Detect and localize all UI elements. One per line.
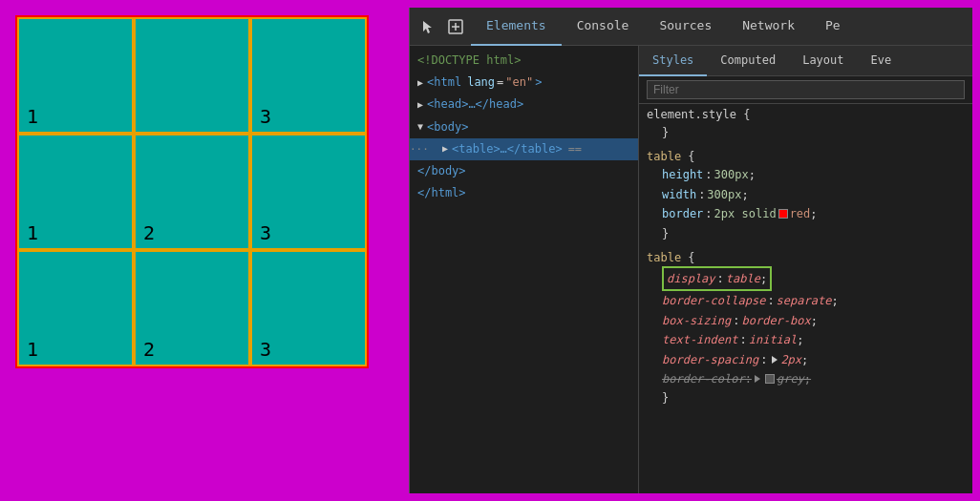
devtools-panel: Elements Console Sources Network Pe <!DO…	[409, 8, 972, 493]
subtab-styles[interactable]: Styles	[639, 46, 707, 76]
element-style-rule: element.style { }	[647, 108, 965, 142]
table-cell: 3	[250, 134, 367, 250]
table-cell: 2	[134, 134, 250, 250]
subtab-layout[interactable]: Layout	[789, 46, 857, 76]
arrow-indicator-2	[755, 375, 760, 383]
dom-panel: <!DOCTYPE html> ▶ <html lang = "en" > ▶ …	[410, 46, 639, 493]
table-cell: 1	[17, 17, 134, 134]
highlighted-display-rule: display : table ;	[662, 266, 772, 291]
subtab-event[interactable]: Eve	[858, 46, 905, 76]
color-swatch-grey[interactable]	[765, 374, 775, 384]
table-cell: 2	[134, 250, 250, 366]
arrow-icon[interactable]: ▼	[417, 119, 423, 135]
tab-network[interactable]: Network	[727, 8, 810, 46]
tab-performance[interactable]: Pe	[810, 8, 856, 46]
table-cell: 1	[17, 134, 134, 250]
dom-body: ▼ <body>	[410, 116, 638, 138]
tab-console[interactable]: Console	[562, 8, 645, 46]
styles-panel: Styles Computed Layout Eve element.style…	[639, 46, 972, 493]
arrow-indicator	[772, 356, 778, 364]
left-panel: 1 3 1 2 3 1 2 3	[8, 8, 409, 493]
tab-elements[interactable]: Elements	[471, 8, 562, 46]
dom-html: ▶ <html lang = "en" >	[410, 72, 638, 94]
inspect-icon[interactable]	[444, 15, 467, 38]
color-swatch-red[interactable]	[778, 209, 788, 219]
table-cell: 3	[250, 250, 367, 366]
dom-body-close: </body>	[410, 160, 638, 182]
arrow-icon[interactable]: ▶	[417, 97, 423, 113]
devtools-tabs: Elements Console Sources Network Pe	[471, 8, 856, 46]
table-cell: 1	[17, 250, 134, 366]
table-cell: 3	[250, 17, 367, 134]
arrow-icon[interactable]: ▶	[442, 141, 448, 157]
dom-html-close: </html>	[410, 182, 638, 204]
dom-table-row[interactable]: ··· ▶ <table>…</table> ==	[410, 138, 638, 160]
css-rules: element.style { } table { heigh	[639, 104, 972, 493]
devtools-body: <!DOCTYPE html> ▶ <html lang = "en" > ▶ …	[410, 46, 972, 493]
subtab-computed[interactable]: Computed	[707, 46, 789, 76]
dom-doctype: <!DOCTYPE html>	[410, 50, 638, 72]
filter-bar	[639, 76, 972, 104]
dom-dots: ···	[410, 141, 440, 158]
table-cell	[134, 17, 250, 134]
table-rule-1: table { height : 300px ; width :	[647, 150, 965, 243]
table-preview: 1 3 1 2 3 1 2 3	[15, 15, 369, 368]
tab-sources[interactable]: Sources	[644, 8, 727, 46]
arrow-icon[interactable]: ▶	[417, 75, 423, 91]
filter-input[interactable]	[647, 80, 965, 99]
devtools-toolbar: Elements Console Sources Network Pe	[410, 8, 972, 46]
main-container: 1 3 1 2 3 1 2 3	[0, 0, 980, 501]
styles-subtabs: Styles Computed Layout Eve	[639, 46, 972, 76]
dom-head: ▶ <head>…</head>	[410, 94, 638, 115]
cursor-icon[interactable]	[417, 15, 440, 38]
table-rule-2: table { display : table ;	[647, 251, 965, 408]
svg-marker-0	[423, 21, 432, 33]
